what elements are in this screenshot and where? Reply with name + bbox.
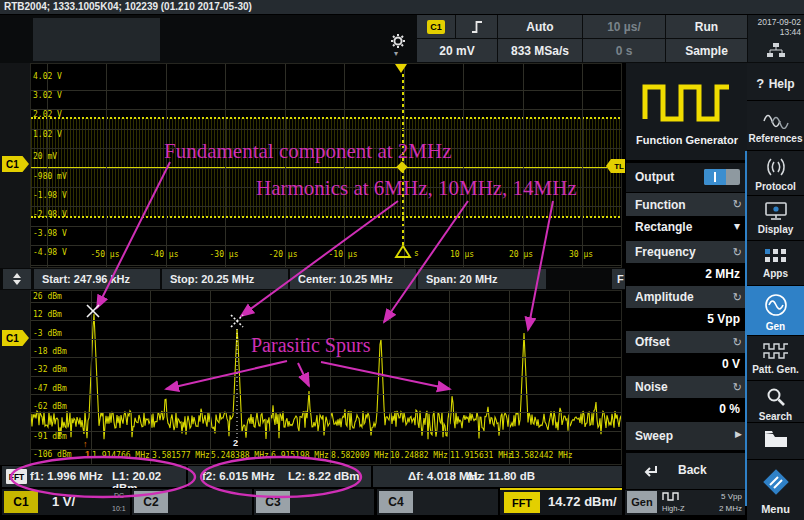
sidebar-item-help[interactable]: ? Help <box>747 63 804 101</box>
f-axis-label: 6.915198 MHz <box>271 451 329 460</box>
fft-marker-2[interactable]: 2 <box>233 438 238 448</box>
channel-c3-cell[interactable]: C3 <box>254 489 374 515</box>
sidebar-item-gen[interactable]: Gen <box>747 286 804 336</box>
fft-left-margin <box>0 290 30 465</box>
horizontal-position-cell[interactable]: 0 s <box>583 39 665 62</box>
channel-c4-cell[interactable]: C4 <box>377 489 498 515</box>
c2-badge: C2 <box>134 491 168 513</box>
sidebar-item-display[interactable]: Display <box>747 196 804 241</box>
t-axis-label: -50 µs <box>85 250 125 259</box>
output-toggle[interactable] <box>704 169 740 185</box>
rs-logo-icon <box>759 465 793 499</box>
v-axis-label: 4.02 V <box>33 72 62 81</box>
channel-fft-cell[interactable]: FFT 14.72 dBm/ <box>500 488 622 515</box>
sample-rate-cell[interactable]: 833 MSa/s <box>498 39 582 62</box>
frequency-value[interactable]: 2 MHz <box>626 263 748 285</box>
question-mark-icon: ? <box>756 76 764 91</box>
run-stop-cell[interactable]: Run <box>666 15 747 38</box>
amplitude-row-label[interactable]: Amplitude ↻ <box>626 286 748 308</box>
c4-badge: C4 <box>379 491 413 513</box>
channel-bar: C1 1 V/ DC 10:1 C2 C3 C4 FFT 14.72 dBm/ … <box>0 488 804 516</box>
function-row-label[interactable]: Function ↻ <box>626 193 748 216</box>
fft-marker-1[interactable]: 1 <box>85 449 90 459</box>
fft-start-cell[interactable]: Start: 247.96 kHz <box>34 269 160 289</box>
v-axis-label: -4.98 V <box>33 248 67 257</box>
gear-chevron-down-icon[interactable]: ▾ <box>394 49 398 58</box>
generator-status-cell[interactable]: Gen High-Z 5 Vpp 2 MHz <box>625 489 745 515</box>
fft-settings-bar: Start: 247.96 kHz Stop: 20.25 MHz Center… <box>0 268 625 290</box>
annotation-harmonics: Harmonics at 6MHz, 10MHz, 14MHz <box>256 176 577 201</box>
fft-scale: 14.72 dBm/ <box>548 494 617 509</box>
channel-c2-cell[interactable]: C2 <box>132 489 252 515</box>
trigger-time-unit-label: s <box>414 249 419 258</box>
rotary-knob-icon: ↻ <box>733 291 742 304</box>
back-button[interactable]: Back <box>626 453 748 489</box>
trigger-slope-cell[interactable] <box>456 15 497 38</box>
function-generator-panel: Function Generator Output Function ↻ Rec… <box>625 63 748 490</box>
sidebar-item-protocol[interactable]: Protocol <box>747 151 804 196</box>
t-axis-label: -10 µs <box>323 250 363 259</box>
fft-span-cell[interactable]: Span: 20 MHz <box>418 269 546 289</box>
rectangle-wave-icon <box>640 75 734 125</box>
fgen-output-row[interactable]: Output <box>626 162 748 192</box>
db-axis-label: -18 dBm <box>33 347 67 356</box>
network-icon <box>767 43 785 62</box>
sidebar-item-apps[interactable]: Apps <box>747 241 804 286</box>
c1-coupling: DC <box>114 492 124 499</box>
display-icon <box>764 202 788 220</box>
t-axis-label: 30 µs <box>561 250 601 259</box>
c1-trace-bottom-rail <box>31 216 622 218</box>
fft-clipped-cell[interactable]: F <box>612 269 625 289</box>
l2-readout: L2: 8.22 dBm <box>288 470 360 482</box>
channel-c1-cell[interactable]: C1 1 V/ DC 10:1 <box>2 489 130 515</box>
sidebar-item-search[interactable]: Search <box>747 381 804 423</box>
fft-stop-cell[interactable]: Stop: 20.25 MHz <box>162 269 288 289</box>
v-axis-label: -3.98 V <box>33 229 67 238</box>
v-axis-label: -2.98 V <box>33 210 67 219</box>
f2-readout: f2: 6.015 MHz <box>202 470 275 482</box>
measure-cell-3[interactable]: Δf: 4.018 MHz ΔL: 11.80 dB <box>373 466 622 487</box>
apps-grid-icon <box>765 249 787 264</box>
waveform-graticule <box>30 63 622 268</box>
gen-waveform-icon <box>662 492 680 501</box>
vertical-scale-cell[interactable]: 20 mV <box>417 39 497 62</box>
f-axis-label: 5.248388 MHz <box>211 451 269 460</box>
amplitude-value[interactable]: 5 Vpp <box>626 308 748 330</box>
f-axis-label: 11.915631 MHz <box>450 451 513 460</box>
trigger-mode-cell[interactable]: Auto <box>498 15 582 38</box>
rising-edge-icon <box>469 18 485 36</box>
acquire-mode-cell[interactable]: Sample <box>666 39 747 62</box>
toolbar-empty-cell <box>33 18 160 61</box>
fft-measure-badge: FFT <box>6 469 27 484</box>
references-icon <box>762 109 790 129</box>
measure-cell-2[interactable]: f2: 6.015 MHz L2: 8.22 dBm <box>188 466 371 487</box>
sidebar-item-references[interactable]: References <box>747 101 804 151</box>
sweep-row[interactable]: Sweep ▶ <box>626 422 748 450</box>
noise-row-label[interactable]: Noise ↻ <box>626 376 748 398</box>
trigger-position-arrow-icon[interactable] <box>395 64 407 73</box>
delta-l-readout: ΔL: 11.80 dB <box>466 470 535 482</box>
t-axis-label: -40 µs <box>144 250 184 259</box>
t-axis-label: -20 µs <box>263 250 303 259</box>
fft-trace <box>31 291 622 465</box>
fft-center-cell[interactable]: Center: 10.25 MHz <box>290 269 416 289</box>
offset-value[interactable]: 0 V <box>626 353 748 375</box>
measure-cell-1[interactable]: FFT f1: 1.996 MHz L1: 20.02 dBm <box>2 466 186 487</box>
timebase-cell[interactable]: 10 µs/ <box>583 15 665 38</box>
sidebar-item-patt-gen[interactable]: Patt. Gen. <box>747 336 804 381</box>
output-label: Output <box>635 170 674 184</box>
sidebar-item-save[interactable] <box>747 423 804 460</box>
stepper-up-icon <box>13 273 21 278</box>
v-axis-label: 2.02 V <box>33 110 62 119</box>
frequency-row-label[interactable]: Frequency ↻ <box>626 241 748 263</box>
c3-badge: C3 <box>256 491 290 513</box>
offset-row-label[interactable]: Offset ↻ <box>626 331 748 353</box>
db-axis-label: -62 dBm <box>33 402 67 411</box>
function-value-dropdown[interactable]: Rectangle ▾ <box>626 216 748 239</box>
noise-value[interactable]: 0 % <box>626 398 748 420</box>
db-axis-label: -32 dBm <box>33 365 67 374</box>
v-axis-label: 1.02 V <box>33 130 62 139</box>
sidebar-item-menu[interactable]: Menu <box>747 460 804 520</box>
trigger-source-cell[interactable]: C1 <box>417 15 455 38</box>
vertical-stepper[interactable] <box>3 269 31 289</box>
